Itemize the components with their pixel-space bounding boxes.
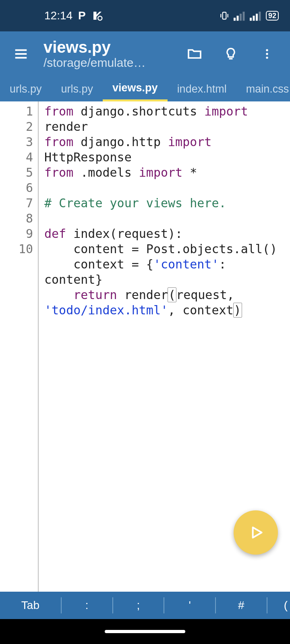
menu-button[interactable] xyxy=(5,46,37,62)
app-bar: views.py /storage/emulate… xyxy=(0,31,290,76)
code-line[interactable] xyxy=(44,211,286,226)
quick-key-row: Tab : ; ' # ( xyxy=(0,592,290,619)
key-colon[interactable]: : xyxy=(62,599,112,612)
svg-rect-1 xyxy=(223,12,226,19)
key-quote[interactable]: ' xyxy=(164,599,215,612)
signal-icon-1 xyxy=(234,10,246,21)
tab-strip[interactable]: urls.py urls.py views.py index.html main… xyxy=(0,76,290,101)
line-number: 1 xyxy=(0,104,38,119)
play-icon xyxy=(247,524,265,541)
folder-button[interactable] xyxy=(176,46,213,62)
signal-icon-2 xyxy=(250,10,262,21)
run-button[interactable] xyxy=(234,510,278,555)
folder-icon xyxy=(186,46,203,62)
line-number: 2 xyxy=(0,119,38,134)
status-app-icon-p: P xyxy=(78,9,86,22)
line-number: 4 xyxy=(0,150,38,165)
tab-index-html[interactable]: index.html xyxy=(168,76,236,101)
home-indicator[interactable] xyxy=(105,630,185,633)
nav-bar[interactable] xyxy=(0,619,290,644)
line-number: 10 xyxy=(0,242,38,257)
code-line[interactable] xyxy=(44,180,286,196)
status-app-icon-4d xyxy=(91,10,104,22)
code-line[interactable]: from django.http import HttpResponse xyxy=(44,134,286,165)
line-number: 5 xyxy=(0,165,38,180)
code-line[interactable]: # Create your views here. xyxy=(44,196,286,211)
code-line[interactable]: from .models import * xyxy=(44,165,286,180)
line-number: 7 xyxy=(0,196,38,211)
code-line[interactable]: return render(request, 'todo/index.html'… xyxy=(44,287,286,318)
tab-views[interactable]: views.py xyxy=(103,76,168,101)
line-number-gutter: 1 2 3 4 5 6 7 8 9 10 xyxy=(0,101,39,592)
line-number: 3 xyxy=(0,134,38,150)
key-semicolon[interactable]: ; xyxy=(113,599,164,612)
file-title: views.py xyxy=(44,38,176,56)
svg-rect-6 xyxy=(250,18,252,21)
code-line[interactable]: from django.shortcuts import render xyxy=(44,104,286,134)
svg-rect-8 xyxy=(256,14,258,21)
svg-rect-4 xyxy=(240,14,242,21)
file-path: /storage/emulate… xyxy=(44,56,156,70)
vibrate-icon xyxy=(219,10,230,21)
code-line[interactable]: content = Post.objects.all() xyxy=(44,242,286,257)
code-editor[interactable]: 1 2 3 4 5 6 7 8 9 10 from django.shortcu… xyxy=(0,101,290,592)
status-time: 12:14 xyxy=(44,9,72,22)
tab-urls-1[interactable]: urls.py xyxy=(0,76,52,101)
status-bar: 12:14 P 92 xyxy=(0,0,290,31)
code-line[interactable]: def index(request): xyxy=(44,226,286,242)
svg-rect-9 xyxy=(259,12,261,21)
battery-icon: 92 xyxy=(266,11,279,21)
overflow-button[interactable] xyxy=(249,47,285,60)
svg-rect-5 xyxy=(242,12,244,21)
tips-button[interactable] xyxy=(213,47,249,61)
key-paren[interactable]: ( xyxy=(267,599,290,612)
hamburger-icon xyxy=(13,46,29,62)
line-number: 8 xyxy=(0,211,38,226)
line-number: 9 xyxy=(0,226,38,242)
svg-point-12 xyxy=(266,57,268,59)
status-left: 12:14 P xyxy=(44,9,104,22)
tab-main-css[interactable]: main.css xyxy=(236,76,290,101)
svg-point-0 xyxy=(98,16,102,20)
code-line[interactable]: context = {'content': content} xyxy=(44,257,286,287)
key-hash[interactable]: # xyxy=(216,599,267,612)
svg-point-11 xyxy=(266,53,268,55)
status-right: 92 xyxy=(219,10,279,21)
svg-rect-3 xyxy=(236,16,238,21)
tab-urls-2[interactable]: urls.py xyxy=(52,76,103,101)
svg-rect-2 xyxy=(234,18,236,21)
key-tab[interactable]: Tab xyxy=(0,599,61,612)
svg-point-10 xyxy=(266,49,268,51)
lightbulb-icon xyxy=(224,47,238,61)
svg-rect-7 xyxy=(253,16,255,21)
line-number: 6 xyxy=(0,180,38,196)
more-vert-icon xyxy=(261,47,273,60)
